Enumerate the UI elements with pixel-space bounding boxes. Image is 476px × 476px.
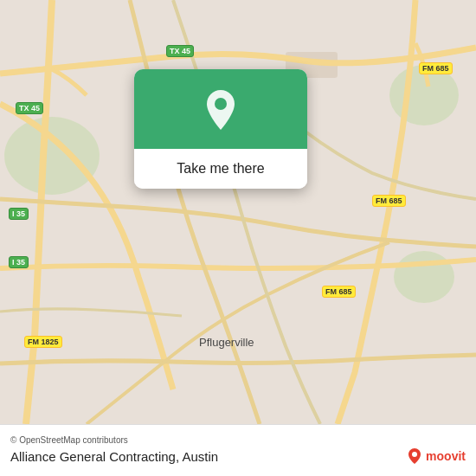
svg-point-3 [394, 251, 454, 303]
moovit-text: moovit [426, 449, 466, 463]
moovit-logo: moovit [405, 447, 466, 466]
city-label: Pflugerville [199, 336, 254, 349]
badge-i35-lower: I 35 [9, 256, 29, 268]
svg-point-1 [4, 117, 100, 195]
map: TX 45 TX 45 FM 685 FM 685 FM 685 I 35 I … [0, 0, 476, 424]
popup-header [134, 69, 307, 149]
bottom-bar: © OpenStreetMap contributors Alliance Ge… [0, 424, 476, 476]
badge-fm685-lower: FM 685 [322, 286, 356, 298]
popup-card: Take me there [134, 69, 307, 189]
badge-tx45-left: TX 45 [16, 102, 43, 114]
badge-fm1825: FM 1825 [24, 336, 62, 348]
badge-i35-upper: I 35 [9, 208, 29, 220]
location-pin-icon [202, 88, 240, 133]
location-name: Alliance General Contracting, Austin [10, 449, 218, 464]
take-me-there-button[interactable]: Take me there [134, 149, 307, 189]
badge-tx45-top: TX 45 [166, 45, 194, 57]
svg-point-5 [215, 98, 227, 110]
badge-fm685-top: FM 685 [419, 62, 453, 74]
map-svg [0, 0, 476, 424]
moovit-icon [405, 447, 424, 466]
location-info: Alliance General Contracting, Austin moo… [10, 447, 466, 466]
badge-fm685-mid: FM 685 [372, 195, 406, 207]
svg-point-6 [412, 452, 417, 457]
osm-attribution: © OpenStreetMap contributors [10, 435, 466, 445]
